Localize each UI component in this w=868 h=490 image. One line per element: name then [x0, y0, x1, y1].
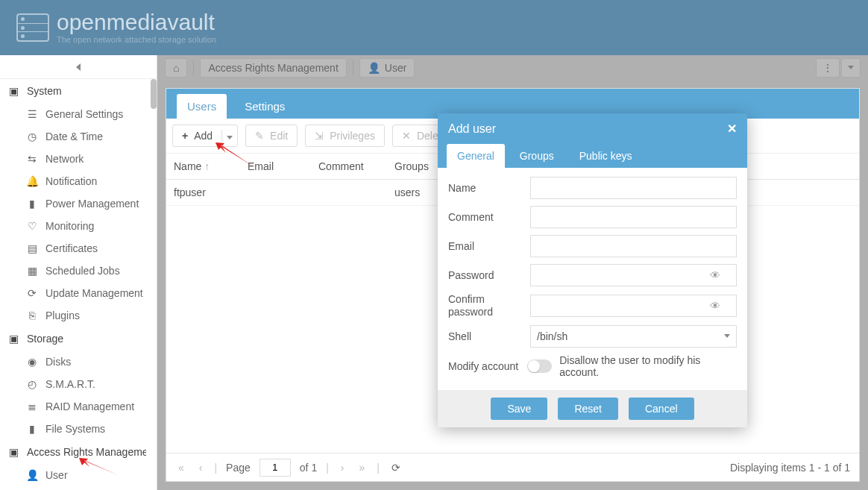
calendar-icon: ▦ — [26, 265, 38, 277]
page-last-button[interactable]: » — [356, 462, 368, 474]
sidebar-item-general-settings[interactable]: ☰General Settings — [0, 103, 157, 125]
comment-field[interactable] — [530, 206, 737, 228]
confirm-password-field[interactable] — [530, 295, 737, 317]
sidebar-item-scheduled-jobs[interactable]: ▦Scheduled Jobs — [0, 260, 157, 282]
cell-email — [240, 180, 311, 205]
page-next-button[interactable]: › — [338, 462, 347, 474]
save-button[interactable]: Save — [491, 398, 547, 420]
pager-info: Displaying items 1 - 1 of 1 — [730, 462, 850, 474]
bell-icon: 🔔 — [26, 175, 38, 187]
label-modify-account: Modify account — [448, 360, 527, 372]
archive-icon: ▣ — [7, 333, 19, 345]
sidebar-item-monitoring[interactable]: ♡Monitoring — [0, 215, 157, 237]
close-icon: ✕ — [402, 130, 411, 142]
chevron-left-icon — [76, 63, 81, 71]
modal-footer: Save Reset Cancel — [438, 390, 747, 427]
page-of-label: of 1 — [300, 462, 317, 474]
label-name: Name — [448, 182, 530, 194]
add-user-modal: Add user ✕ General Groups Public keys Na… — [438, 113, 747, 427]
chevron-down-icon — [227, 136, 233, 139]
sidebar-item-update-management[interactable]: ⟳Update Management — [0, 282, 157, 304]
reset-button[interactable]: Reset — [558, 398, 618, 420]
sort-asc-icon: ↑ — [204, 160, 210, 172]
privileges-button[interactable]: ⇲Privileges — [305, 125, 385, 147]
brand-title: openmediavault — [57, 11, 216, 34]
modal-tab-general[interactable]: General — [447, 144, 505, 168]
edit-button[interactable]: ✎Edit — [245, 125, 298, 147]
password-field[interactable] — [530, 264, 737, 286]
chevron-down-icon — [724, 334, 730, 338]
plug-icon: ⎘ — [26, 310, 38, 321]
page-first-button[interactable]: « — [175, 462, 187, 474]
sidebar-item-user[interactable]: 👤User — [0, 464, 157, 486]
dashboard-icon: ◴ — [26, 378, 38, 390]
share-icon: ⇲ — [315, 130, 324, 142]
sidebar-scrollbar[interactable] — [151, 79, 157, 109]
column-name[interactable]: Name ↑ — [166, 154, 240, 179]
modal-tab-public-keys[interactable]: Public keys — [569, 144, 643, 168]
modal-tabs: General Groups Public keys — [438, 144, 747, 168]
modify-account-toggle[interactable] — [527, 359, 552, 373]
plus-icon: + — [182, 130, 188, 142]
sidebar-collapse-button[interactable] — [0, 55, 157, 79]
clock-icon: ◷ — [26, 131, 38, 142]
label-password: Password — [448, 269, 530, 281]
folder-icon: ▮ — [26, 423, 38, 435]
sliders-icon: ☰ — [26, 108, 38, 120]
sidebar-item-network[interactable]: ⇆Network — [0, 148, 157, 170]
archive-icon: ▣ — [7, 446, 19, 458]
column-comment[interactable]: Comment — [311, 154, 387, 179]
modal-tab-groups[interactable]: Groups — [509, 144, 564, 168]
email-field[interactable] — [530, 235, 737, 257]
refresh-icon: ⟳ — [26, 287, 38, 299]
sidebar-group-storage[interactable]: ▣Storage — [0, 327, 157, 351]
sidebar-item-notification[interactable]: 🔔Notification — [0, 170, 157, 192]
label-comment: Comment — [448, 211, 530, 223]
hdd-icon: ◉ — [26, 356, 38, 368]
column-email[interactable]: Email — [240, 154, 311, 179]
heartbeat-icon: ♡ — [26, 220, 38, 232]
tab-settings[interactable]: Settings — [234, 94, 295, 119]
add-dropdown-caret[interactable] — [221, 130, 233, 142]
sidebar-item-raid-management[interactable]: ≣RAID Management — [0, 395, 157, 418]
sidebar: ▣System ☰General Settings ◷Date & Time ⇆… — [0, 55, 157, 490]
name-field[interactable] — [530, 177, 737, 199]
sidebar-group-system[interactable]: ▣System — [0, 79, 157, 103]
cell-comment — [311, 180, 387, 205]
sidebar-item-file-systems[interactable]: ▮File Systems — [0, 418, 157, 440]
certificate-icon: ▤ — [26, 242, 38, 254]
pagination-bar: « ‹ | Page of 1 | › » | ⟳ Displaying ite… — [166, 453, 859, 481]
sidebar-item-smart[interactable]: ◴S.M.A.R.T. — [0, 373, 157, 395]
cancel-button[interactable]: Cancel — [629, 398, 694, 420]
label-shell: Shell — [448, 330, 530, 342]
page-refresh-button[interactable]: ⟳ — [389, 462, 403, 474]
shell-select[interactable]: /bin/sh — [530, 325, 737, 348]
modify-account-hint: Disallow the user to modify his account. — [559, 354, 737, 378]
brand-subtitle: The open network attached storage soluti… — [57, 35, 216, 44]
sidebar-item-disks[interactable]: ◉Disks — [0, 351, 157, 373]
label-confirm-password: Confirm password — [448, 293, 530, 318]
sidebar-item-group[interactable]: 👥Group — [0, 486, 157, 490]
sidebar-item-date-time[interactable]: ◷Date & Time — [0, 125, 157, 148]
sidebar-group-arm[interactable]: ▣Access Rights Management — [0, 440, 157, 464]
user-icon: 👤 — [26, 469, 38, 481]
page-input[interactable] — [260, 459, 291, 477]
brand-logo: openmediavault The open network attached… — [16, 11, 216, 44]
modal-header[interactable]: Add user ✕ — [438, 113, 747, 144]
sidebar-group-label: System — [27, 85, 62, 97]
modal-body: Name Comment Email Password👁 Confirm pas… — [438, 168, 747, 390]
sidebar-item-power-management[interactable]: ▮Power Management — [0, 192, 157, 215]
sidebar-item-plugins[interactable]: ⎘Plugins — [0, 304, 157, 327]
battery-icon: ▮ — [26, 198, 38, 210]
tab-users[interactable]: Users — [177, 94, 227, 119]
archive-icon: ▣ — [7, 85, 19, 97]
label-email: Email — [448, 240, 530, 252]
modal-title: Add user — [448, 122, 496, 136]
page-label: Page — [226, 462, 251, 474]
sidebar-item-certificates[interactable]: ▤Certificates — [0, 237, 157, 260]
page-prev-button[interactable]: ‹ — [196, 462, 206, 474]
modal-close-button[interactable]: ✕ — [727, 122, 737, 136]
cell-name: ftpuser — [166, 180, 240, 205]
add-button[interactable]: +Add — [172, 125, 238, 147]
logo-icon — [16, 13, 49, 42]
